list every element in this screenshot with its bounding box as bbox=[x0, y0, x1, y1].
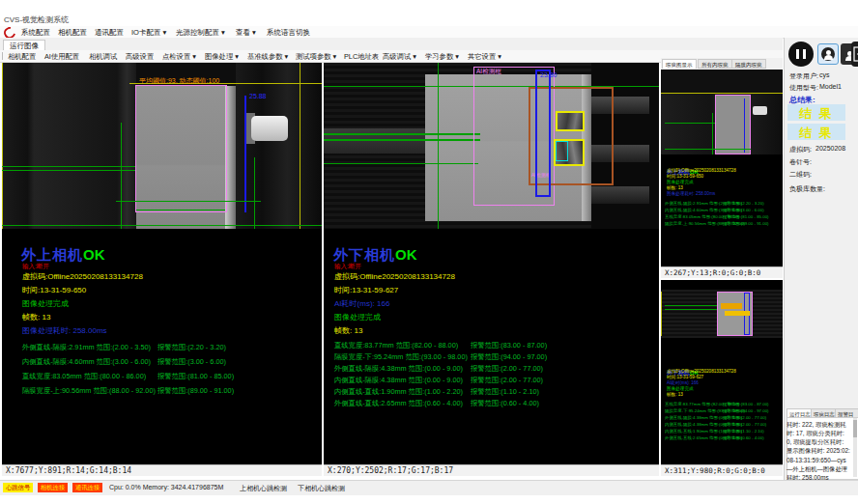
top-mini-frame-count: 帧数: 13 bbox=[667, 185, 683, 190]
mid-overlay-blue-rect bbox=[535, 70, 551, 197]
tool-baseline-param[interactable]: 基准线参数 ▾ bbox=[247, 52, 288, 62]
left-overlay-threshold-text: 平均阈值:93, 动态阈值:100 bbox=[139, 76, 219, 86]
window-title: CVS-视觉检测系统 bbox=[4, 14, 69, 25]
left-camera-coord-bar: X:7677;Y:891;R:14;G:14;B:14 bbox=[2, 464, 322, 476]
menu-language-switch[interactable]: 系统语言切换 bbox=[267, 28, 310, 38]
bottom-mini-measure-4-alarm: 报警范围:(1.10 - 2.10) bbox=[723, 429, 764, 434]
bottom-mini-measure-0-alarm: 报警范围:(83.00 - 87.00) bbox=[723, 402, 769, 406]
left-camera-process-done: 图像处理完成 bbox=[22, 298, 69, 309]
top-mini-time: 时间:13-31-59-650 bbox=[667, 174, 703, 179]
tool-spot-check[interactable]: 点检设置 ▾ bbox=[162, 52, 196, 62]
bottom-mini-defect-mark-1 bbox=[721, 303, 742, 309]
bottom-mini-time: 时间:13-31-59-627 bbox=[667, 375, 703, 379]
lower-camera-heartbeat: 下相机心跳检测 bbox=[298, 484, 345, 493]
left-overlay-green-hline-1 bbox=[2, 166, 135, 167]
top-mini-green-hline-2 bbox=[665, 149, 751, 150]
tool-camera-config[interactable]: 相机配置 bbox=[8, 52, 36, 62]
log-scrollbar[interactable] bbox=[853, 418, 857, 477]
login-user-button[interactable] bbox=[817, 43, 839, 65]
camera-conn-badge: 相机连接 bbox=[38, 483, 68, 492]
result-box-upper: 结 果 bbox=[787, 104, 845, 121]
upper-camera-heartbeat: 上相机心跳检测 bbox=[240, 484, 287, 493]
top-mini-process-done: 图像处理完成 bbox=[667, 180, 694, 184]
result-text-lower: 结 果 bbox=[799, 126, 834, 140]
toolbar-grip[interactable] bbox=[2, 52, 3, 60]
mid-camera-ai-time: AI耗时(ms): 166 bbox=[334, 298, 389, 309]
bottom-mini-defect-mark-2 bbox=[725, 311, 750, 316]
top-mini-metal-part bbox=[753, 106, 767, 115]
mid-measure-4-alarm: 报警范围:(1.10 - 2.10) bbox=[471, 387, 539, 397]
bottom-mini-frame-count: 帧数: 13 bbox=[667, 392, 683, 397]
left-camera-view[interactable]: 平均阈值:93, 动态阈值:100 25.88 外上相机OK 输入:断开 虚拟码… bbox=[2, 63, 322, 464]
mid-measure-5: 外侧直线-直线:2.65mm 范围:(0.60 - 4.00) bbox=[334, 399, 463, 408]
left-camera-virtual-code: 虚拟码:Offline20250208133134728 bbox=[22, 271, 143, 282]
mid-measure-0: 直线宽度:83.77mm 范围:(82.00 - 88.00) bbox=[334, 341, 458, 350]
left-measure-0-alarm: 报警范围:(2.20 - 3.20) bbox=[157, 343, 226, 352]
tab-strip bbox=[0, 38, 783, 51]
menu-system-config[interactable]: 系统配置 bbox=[21, 28, 50, 38]
mid-overlay-green-hline-2 bbox=[324, 139, 480, 141]
mid-measure-3: 内侧直线-隔膜:4.38mm 范围:(0.00 - 9.00) bbox=[334, 376, 463, 385]
tool-adv-debug[interactable]: 高级调试 ▾ bbox=[383, 52, 416, 62]
mid-measure-3-alarm: 报警范围:(2.00 - 77.00) bbox=[471, 376, 543, 385]
comm-conn-badge: 通讯连接 bbox=[72, 483, 102, 492]
defect-tab-display[interactable]: 瑕疵图显示 bbox=[662, 59, 697, 69]
mid-image-metal-bar-3 bbox=[591, 186, 649, 204]
top-mini-gray-block bbox=[715, 95, 751, 154]
anode-count-label: 负极库数量: bbox=[789, 184, 825, 194]
tool-advanced-set[interactable]: 高级设置 bbox=[126, 52, 154, 62]
menu-light-config[interactable]: 光源控制配置 ▾ bbox=[176, 28, 225, 38]
bottom-mini-process-done: 图像处理完成 bbox=[667, 386, 694, 391]
top-mini-virtual-code: 虚拟码:Offline20250208133134728 bbox=[667, 168, 736, 173]
menu-view[interactable]: 查看 ▾ bbox=[236, 28, 256, 38]
bottom-mini-view[interactable]: 外下相机OK 虚拟码:Offline20250208133134728 时间:1… bbox=[661, 280, 783, 464]
tool-image-process[interactable]: 图像处理 ▾ bbox=[205, 52, 239, 62]
mid-camera-view[interactable]: AI检测框 AI检测框 23.80 外下相机OK 输入:断开 虚拟码:Offli… bbox=[324, 63, 659, 464]
mid-overlay-ai-label: AI检测框 bbox=[476, 68, 501, 76]
left-measure-2-alarm: 报警范围:(81.00 - 85.00) bbox=[157, 372, 234, 381]
tool-plc-table[interactable]: PLC地址表 bbox=[344, 52, 379, 62]
mid-measure-2: 外侧直线-隔膜:4.38mm 范围:(0.00 - 9.00) bbox=[334, 364, 463, 374]
top-mini-measure-3-alarm: 报警范围:(89.00 - 91.00) bbox=[723, 221, 769, 226]
tool-learn-param[interactable]: 学习参数 ▾ bbox=[425, 52, 459, 62]
log-text: 耗时: 222, 瑕疵检测耗时: 17, 瑕疵分类耗时: 0, 瑕疵提取分区耗时… bbox=[786, 420, 850, 482]
control-panel: 登录用户: cys 使用型号: Model1 总结果: 结 果 结 果 虚拟码:… bbox=[784, 38, 858, 480]
menu-camera-config[interactable]: 相机配置 bbox=[58, 28, 87, 38]
mid-measure-1: 隔膜宽度-下:95.24mm 范围:(93.00 - 98.00) bbox=[334, 352, 468, 362]
left-image-metal-part bbox=[251, 116, 288, 141]
log-scrollbar-thumb[interactable] bbox=[853, 420, 857, 437]
mid-overlay-cyan-rect bbox=[556, 141, 568, 161]
exit-button[interactable] bbox=[851, 42, 858, 67]
menu-comm-config[interactable]: 通讯配置 bbox=[95, 28, 124, 38]
needle-number-label: 卷针号: bbox=[789, 157, 812, 167]
mid-measure-0-alarm: 报警范围:(83.00 - 87.00) bbox=[471, 341, 547, 350]
tool-test-param[interactable]: 测试项参数 ▾ bbox=[296, 52, 336, 62]
bottom-mini-measure-3-alarm: 报警范围:(2.00 - 77.00) bbox=[723, 422, 766, 427]
left-overlay-green-hline-5 bbox=[2, 225, 322, 226]
tool-other-set[interactable]: 其它设置 ▾ bbox=[468, 52, 501, 62]
pause-button[interactable] bbox=[788, 42, 814, 67]
left-camera-process-time: 图像处理耗时: 258.00ms bbox=[22, 325, 107, 336]
left-overlay-yellow-vline-right bbox=[300, 63, 300, 229]
left-overlay-blue-vline bbox=[244, 96, 246, 212]
tool-camera-debug[interactable]: 相机调试 bbox=[89, 52, 117, 62]
tool-ai-config[interactable]: AI使用配置 bbox=[44, 52, 79, 62]
defect-tab-all-inner[interactable]: 所有内瑕疵 bbox=[698, 59, 732, 69]
top-mini-coord-bar: X:267;Y:13;R:0;G:0;B:0 bbox=[661, 266, 783, 278]
left-overlay-green-vline-2 bbox=[254, 157, 255, 229]
mid-camera-coord-bar: X:270;Y:2502;R:17;G:17;B:17 bbox=[324, 464, 659, 476]
exit-door-icon bbox=[851, 42, 858, 67]
left-overlay-pink-rect bbox=[135, 85, 227, 212]
bottom-mini-coord-bar: X:311;Y:980;R:0;G:0;B:0 bbox=[661, 464, 783, 476]
pause-icon bbox=[796, 49, 806, 59]
mid-camera-time: 时间:13-31-59-627 bbox=[334, 285, 398, 295]
left-measure-3: 隔膜宽度-上:90.56mm 范围:(88.00 - 92.00) bbox=[22, 386, 156, 396]
defect-tab-membrane[interactable]: 隔膜内瑕疵 bbox=[731, 59, 766, 69]
app-window: CVS-视觉检测系统 系统配置 相机配置 通讯配置 IO卡配置 ▾ 光源控制配置… bbox=[0, 0, 858, 504]
left-measure-1-alarm: 报警范围:(3.00 - 6.00) bbox=[157, 357, 226, 367]
menu-io-config[interactable]: IO卡配置 ▾ bbox=[131, 28, 166, 38]
mid-camera-frame-count: 帧数: 13 bbox=[334, 325, 362, 336]
left-camera-frame-count: 帧数: 13 bbox=[22, 312, 50, 322]
model-label: 使用型号: bbox=[789, 83, 818, 93]
top-mini-view[interactable]: 外上相机OK 虚拟码:Offline20250208133134728 时间:1… bbox=[661, 70, 783, 266]
